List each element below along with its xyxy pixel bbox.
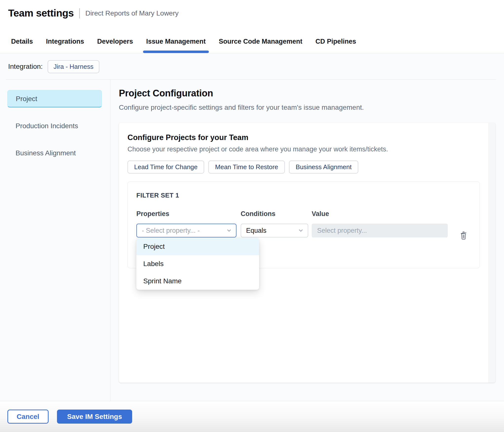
page-subtitle: Direct Reports of Mary Lowery	[85, 9, 179, 17]
sidebar-item[interactable]: Business Alignment	[7, 144, 102, 162]
dropdown-option-label: Labels	[143, 260, 164, 268]
properties-column: Properties - Select property... - Projec…	[136, 210, 236, 237]
chevron-down-icon	[298, 228, 304, 234]
save-im-settings-button[interactable]: Save IM Settings	[57, 410, 132, 424]
properties-label: Properties	[136, 210, 236, 218]
dropdown-option-label: Project	[143, 243, 165, 250]
metric-chip-row: Lead Time for ChangeMean Time to Restore…	[127, 161, 480, 174]
filter-set-box: FILTER SET 1 Properties - Select propert…	[127, 181, 480, 268]
page-title: Team settings	[8, 7, 74, 19]
tab-label: Developers	[97, 38, 133, 45]
dropdown-option[interactable]: Sprint Name	[136, 272, 259, 290]
metric-chip-label: Business Alignment	[296, 163, 352, 171]
tab[interactable]: Details	[11, 38, 33, 53]
card-title: Configure Projects for your Team	[127, 133, 480, 142]
metric-chip-label: Mean Time to Restore	[215, 163, 278, 171]
section-subtitle: Configure project-specific settings and …	[119, 104, 504, 111]
page-header: Team settings Direct Reports of Mary Low…	[0, 0, 504, 53]
tab-label: Source Code Management	[219, 38, 302, 45]
metric-chip[interactable]: Business Alignment	[289, 161, 358, 174]
metric-chip[interactable]: Mean Time to Restore	[208, 161, 285, 174]
main-panel: Project Configuration Configure project-…	[110, 80, 504, 401]
dropdown-option-label: Sprint Name	[143, 277, 182, 285]
trash-icon	[460, 231, 468, 240]
integration-label: Integration:	[8, 63, 43, 71]
chevron-down-icon	[226, 228, 232, 234]
conditions-select[interactable]: Equals	[241, 224, 308, 237]
integration-bar: Integration: Jira - Harness	[0, 54, 504, 80]
cancel-button[interactable]: Cancel	[7, 410, 49, 424]
sidebar: ProjectProduction IncidentsBusiness Alig…	[0, 80, 110, 401]
tab[interactable]: CD Pipelines	[315, 38, 356, 53]
integration-chip[interactable]: Jira - Harness	[48, 60, 99, 73]
sidebar-item[interactable]: Project	[7, 90, 102, 108]
title-divider	[79, 8, 80, 18]
tab[interactable]: Issue Management	[146, 38, 206, 53]
conditions-select-value: Equals	[246, 227, 267, 234]
dropdown-option[interactable]: Project	[136, 238, 259, 255]
value-input[interactable]	[312, 224, 448, 237]
integration-inner: Integration: Jira - Harness	[0, 54, 504, 80]
tab-label: Details	[11, 38, 33, 45]
tab-label: CD Pipelines	[315, 38, 356, 45]
conditions-label: Conditions	[241, 210, 308, 218]
scrollbar-track[interactable]	[488, 123, 495, 383]
card-subtitle: Choose your respective project or code a…	[127, 145, 480, 153]
filter-set-title: FILTER SET 1	[136, 192, 480, 199]
properties-select-value: - Select property... -	[142, 227, 200, 234]
sidebar-item-label: Project	[16, 95, 37, 103]
team-settings-page: Team settings Direct Reports of Mary Low…	[0, 0, 504, 432]
tab[interactable]: Source Code Management	[219, 38, 302, 53]
metric-chip-label: Lead Time for Change	[134, 163, 198, 171]
value-column: Value	[312, 210, 448, 237]
footer-bar: Cancel Save IM Settings	[0, 401, 504, 432]
section-title: Project Configuration	[119, 88, 504, 99]
conditions-column: Conditions Equals	[241, 210, 308, 237]
sidebar-item-label: Business Alignment	[16, 149, 76, 157]
tab-label: Issue Management	[146, 38, 206, 45]
properties-dropdown: ProjectLabelsSprint Name	[136, 238, 259, 290]
properties-select[interactable]: - Select property... -	[136, 224, 236, 237]
delete-filter-button[interactable]	[459, 230, 468, 241]
sidebar-item-label: Production Incidents	[16, 122, 78, 130]
sidebar-item[interactable]: Production Incidents	[7, 117, 102, 135]
title-row: Team settings Direct Reports of Mary Low…	[0, 0, 504, 19]
dropdown-option[interactable]: Labels	[136, 255, 259, 272]
metric-chip[interactable]: Lead Time for Change	[127, 161, 204, 174]
tab[interactable]: Integrations	[46, 38, 84, 53]
content-area: ProjectProduction IncidentsBusiness Alig…	[0, 80, 504, 401]
filter-row: Properties - Select property... - Projec…	[136, 210, 480, 241]
configure-projects-card: Configure Projects for your Team Choose …	[119, 123, 495, 383]
tab-label: Integrations	[46, 38, 84, 45]
value-label: Value	[312, 210, 448, 218]
tab[interactable]: Developers	[97, 38, 133, 53]
tab-bar: DetailsIntegrationsDevelopersIssue Manag…	[11, 38, 356, 53]
